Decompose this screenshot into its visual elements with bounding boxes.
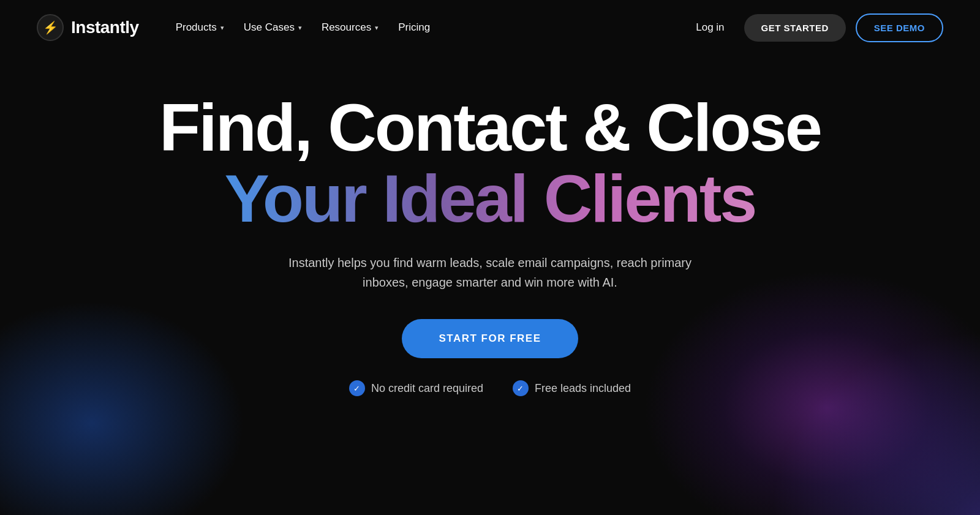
see-demo-button[interactable]: SEE DEMO (856, 13, 943, 42)
hero-section: Find, Contact & Close Your Ideal Clients… (0, 55, 980, 396)
hero-headline-line1: Find, Contact & Close (159, 92, 821, 163)
nav-item-products[interactable]: Products ▾ (168, 17, 232, 39)
nav-products-label: Products (176, 21, 217, 34)
logo-text: Instantly (71, 18, 139, 37)
check-icon-no-cc: ✓ (349, 380, 365, 396)
nav-item-pricing[interactable]: Pricing (391, 17, 437, 39)
nav-use-cases-label: Use Cases (244, 21, 295, 34)
nav-item-resources[interactable]: Resources ▾ (314, 17, 386, 39)
login-link[interactable]: Log in (686, 17, 734, 39)
lightning-icon: ⚡ (43, 20, 58, 35)
trust-badges: ✓ No credit card required ✓ Free leads i… (349, 380, 631, 396)
start-for-free-button[interactable]: START FOR FREE (402, 319, 578, 358)
check-icon-free-leads: ✓ (513, 380, 529, 396)
chevron-down-icon: ▾ (221, 24, 224, 32)
logo[interactable]: ⚡ Instantly (37, 14, 139, 41)
nav-item-use-cases[interactable]: Use Cases ▾ (236, 17, 309, 39)
nav-menu: Products ▾ Use Cases ▾ Resources ▾ Prici… (168, 17, 437, 39)
nav-pricing-label: Pricing (398, 21, 430, 34)
trust-badge-no-cc: ✓ No credit card required (349, 380, 483, 396)
hero-headline-line2: Your Ideal Clients (225, 163, 756, 234)
hero-description: Instantly helps you find warm leads, sca… (276, 253, 704, 292)
nav-right: Log in GET STARTED SEE DEMO (686, 13, 943, 42)
logo-icon: ⚡ (37, 14, 64, 41)
nav-left: ⚡ Instantly Products ▾ Use Cases ▾ Resou… (37, 14, 437, 41)
trust-badge-free-leads-label: Free leads included (535, 382, 631, 395)
chevron-down-icon: ▾ (298, 24, 302, 32)
navbar: ⚡ Instantly Products ▾ Use Cases ▾ Resou… (0, 0, 980, 55)
chevron-down-icon: ▾ (375, 24, 379, 32)
nav-resources-label: Resources (322, 21, 371, 34)
trust-badge-no-cc-label: No credit card required (371, 382, 483, 395)
trust-badge-free-leads: ✓ Free leads included (513, 380, 631, 396)
get-started-button[interactable]: GET STARTED (744, 14, 846, 42)
